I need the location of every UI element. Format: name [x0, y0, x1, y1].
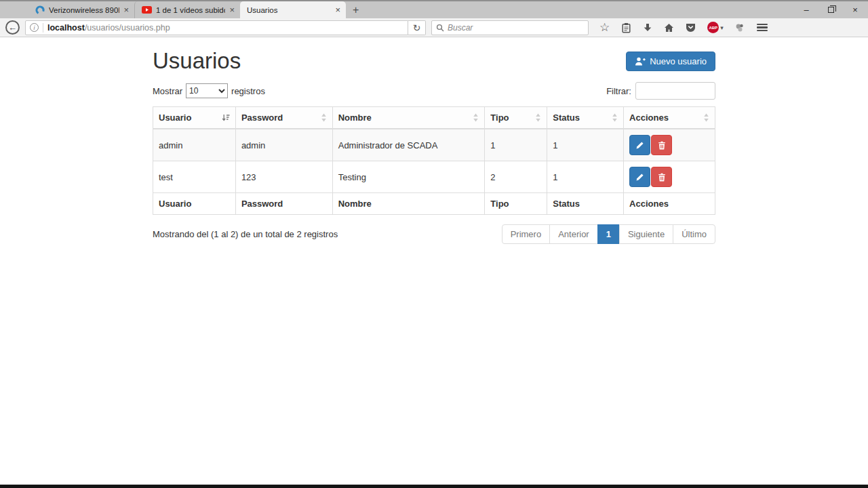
footer-password: Password: [235, 193, 332, 215]
verizon-icon: [35, 5, 45, 15]
back-button[interactable]: ←: [5, 20, 20, 35]
cell-status: 1: [547, 161, 624, 193]
header-acciones[interactable]: Acciones: [624, 107, 715, 129]
site-info-icon[interactable]: i: [30, 23, 39, 32]
delete-user-button[interactable]: [651, 167, 672, 187]
url-text: localhost/usuarios/usuarios.php: [47, 23, 170, 33]
new-user-button[interactable]: Nuevo usuario: [626, 52, 715, 71]
minimize-button[interactable]: –: [802, 5, 811, 15]
cell-password: 123: [235, 161, 332, 193]
sort-both-icon: [473, 113, 479, 122]
close-icon[interactable]: ×: [123, 5, 129, 14]
cell-nombre: Testing: [332, 161, 485, 193]
search-input[interactable]: [448, 23, 584, 33]
header-password[interactable]: Password: [235, 107, 332, 129]
trash-icon: [658, 141, 666, 150]
sort-both-icon: [703, 113, 709, 122]
tab-verizon[interactable]: Verizonwireless 890L ×: [28, 1, 134, 18]
menu-hamburger-icon[interactable]: [757, 24, 768, 32]
footer-usuario: Usuario: [153, 193, 236, 215]
tab-usuarios[interactable]: Usuarios ×: [240, 1, 346, 18]
pagination-previous[interactable]: Anterior: [549, 224, 598, 244]
records-label: registros: [231, 86, 265, 96]
table-row: admin admin Administrador de SCADA 1 1: [153, 129, 715, 161]
filter-label: Filtrar:: [606, 86, 631, 96]
cell-nombre: Administrador de SCADA: [332, 129, 485, 161]
url-path: /usuarios/usuarios.php: [85, 23, 170, 33]
clipboard-icon[interactable]: [621, 22, 631, 33]
delete-user-button[interactable]: [651, 135, 672, 155]
search-icon: [436, 24, 444, 32]
web-page: Usuarios Nuevo usuario Mostrar 10 regist…: [0, 37, 868, 484]
close-window-button[interactable]: ×: [850, 5, 860, 15]
tab-title: Verizonwireless 890L: [49, 6, 119, 14]
cell-usuario: admin: [153, 129, 236, 161]
sort-asc-applied-icon: [222, 113, 230, 122]
sort-both-icon: [535, 113, 541, 122]
table-row: test 123 Testing 2 1: [153, 161, 715, 193]
close-icon[interactable]: ×: [229, 5, 235, 14]
cell-tipo: 1: [485, 129, 547, 161]
browser-tab-bar: Verizonwireless 890L × 1 de 1 vídeos sub…: [0, 0, 868, 18]
pocket-icon[interactable]: [686, 23, 696, 33]
toolbar-icons: ☆ ABP▾: [599, 22, 745, 33]
user-plus-icon: [635, 57, 646, 66]
page-length-control: Mostrar 10 registros: [153, 83, 265, 98]
header-tipo[interactable]: Tipo: [485, 107, 547, 129]
footer-tipo: Tipo: [485, 193, 547, 215]
url-host: localhost: [47, 23, 85, 33]
pagination: Primero Anterior 1 Siguiente Último: [502, 224, 715, 244]
address-bar[interactable]: i localhost/usuarios/usuarios.php: [25, 20, 408, 35]
footer-nombre: Nombre: [332, 193, 485, 215]
cell-password: admin: [235, 129, 332, 161]
close-icon[interactable]: ×: [335, 5, 340, 14]
pagination-page-1[interactable]: 1: [597, 224, 620, 244]
show-label: Mostrar: [153, 86, 182, 96]
browser-toolbar: ← i localhost/usuarios/usuarios.php ↻ ☆ …: [0, 18, 868, 37]
tab-youtube[interactable]: 1 de 1 vídeos subidos - Yo... ×: [134, 1, 240, 18]
search-bar[interactable]: [431, 20, 589, 35]
tab-title: 1 de 1 vídeos subidos - Yo...: [156, 6, 225, 14]
restore-icon: [828, 7, 834, 13]
cell-usuario: test: [153, 161, 236, 193]
pagination-last[interactable]: Último: [673, 224, 715, 244]
chevron-down-icon: ▾: [720, 24, 724, 31]
page-title: Usuarios: [153, 48, 241, 74]
letterbox-bar: [0, 485, 868, 488]
table-footer-row: Usuario Password Nombre Tipo Status Acci…: [153, 193, 715, 215]
home-icon[interactable]: [664, 23, 674, 33]
footer-acciones: Acciones: [624, 193, 715, 215]
youtube-icon: [142, 6, 152, 14]
pagination-first[interactable]: Primero: [502, 224, 551, 244]
header-status[interactable]: Status: [547, 107, 624, 129]
reload-button[interactable]: ↻: [408, 20, 426, 35]
header-nombre[interactable]: Nombre: [332, 107, 485, 129]
pencil-icon: [635, 173, 644, 182]
filter-control: Filtrar:: [606, 82, 715, 100]
pencil-icon: [635, 141, 644, 150]
window-controls: – ×: [802, 1, 864, 18]
edit-user-button[interactable]: [629, 167, 650, 187]
sort-both-icon: [612, 113, 618, 122]
users-table: Usuario Password Nombre: [153, 106, 715, 215]
back-arrow-icon: ←: [8, 23, 17, 32]
tab-title: Usuarios: [247, 6, 331, 14]
table-info-text: Mostrando del (1 al 2) de un total de 2 …: [153, 229, 338, 239]
sort-both-icon: [321, 113, 327, 122]
edit-user-button[interactable]: [629, 135, 650, 155]
trash-icon: [658, 173, 666, 182]
new-tab-button[interactable]: +: [346, 5, 366, 18]
maximize-button[interactable]: [826, 5, 835, 15]
table-header-row: Usuario Password Nombre: [153, 107, 715, 129]
footer-status: Status: [547, 193, 624, 215]
page-length-select[interactable]: 10: [186, 83, 228, 98]
filter-input[interactable]: [635, 82, 715, 100]
cell-acciones: [624, 129, 715, 161]
header-usuario[interactable]: Usuario: [153, 107, 236, 129]
bookmark-star-icon[interactable]: ☆: [599, 22, 610, 33]
adblock-plus-icon[interactable]: ABP▾: [707, 22, 724, 33]
cell-tipo: 2: [485, 161, 547, 193]
pagination-next[interactable]: Siguiente: [619, 224, 673, 244]
downloads-icon[interactable]: [643, 23, 652, 33]
extension-icon[interactable]: [735, 23, 745, 33]
